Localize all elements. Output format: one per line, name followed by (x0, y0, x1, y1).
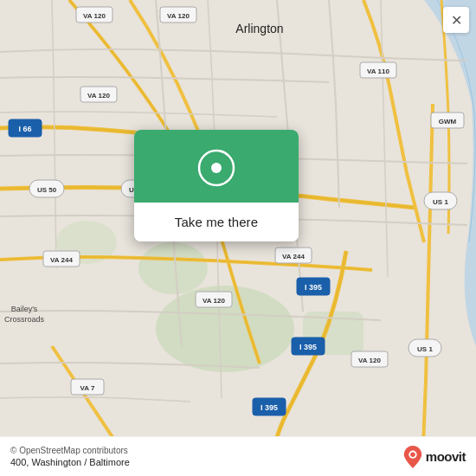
take-me-there-button[interactable]: Take me there (134, 203, 299, 241)
svg-text:US 1: US 1 (433, 198, 448, 206)
location-pin-icon (197, 149, 235, 187)
popup-icon-area (134, 130, 299, 203)
svg-text:I 395: I 395 (261, 403, 278, 412)
moovit-pin-icon (403, 446, 422, 468)
moovit-logo: moovit (403, 446, 466, 468)
svg-text:VA 7: VA 7 (80, 384, 95, 392)
svg-text:VA 244: VA 244 (50, 256, 73, 264)
svg-point-2 (138, 242, 208, 294)
svg-text:Bailey's: Bailey's (11, 305, 38, 313)
moovit-brand-text: moovit (426, 449, 466, 464)
close-button[interactable]: ✕ (443, 7, 469, 33)
svg-text:GWM: GWM (439, 118, 457, 125)
location-label: 400, Washington / Baltimore (10, 457, 130, 467)
map-container: VA 120 VA 120 Arlington VA 110 I 66 VA 1… (0, 0, 476, 476)
svg-text:VA 120: VA 120 (167, 12, 190, 20)
svg-point-47 (410, 452, 415, 457)
svg-text:Arlington: Arlington (235, 22, 283, 35)
svg-text:I 395: I 395 (305, 283, 322, 292)
location-popup: Take me there (134, 130, 299, 241)
bottom-info: © OpenStreetMap contributors 400, Washin… (10, 446, 130, 467)
svg-text:VA 120: VA 120 (203, 297, 225, 305)
svg-text:I 66: I 66 (18, 125, 31, 133)
svg-text:VA 120: VA 120 (87, 92, 110, 100)
bottom-bar: © OpenStreetMap contributors 400, Washin… (0, 436, 476, 476)
svg-text:US 50: US 50 (37, 186, 57, 194)
svg-text:US 1: US 1 (417, 345, 433, 353)
svg-text:Crossroads: Crossroads (4, 315, 45, 324)
svg-text:VA 244: VA 244 (282, 253, 305, 261)
attribution-text: © OpenStreetMap contributors (10, 446, 130, 455)
svg-text:I 395: I 395 (299, 343, 317, 351)
svg-text:VA 120: VA 120 (83, 12, 106, 20)
svg-text:VA 110: VA 110 (367, 68, 389, 75)
svg-text:VA 120: VA 120 (358, 357, 381, 364)
svg-point-45 (211, 163, 222, 173)
